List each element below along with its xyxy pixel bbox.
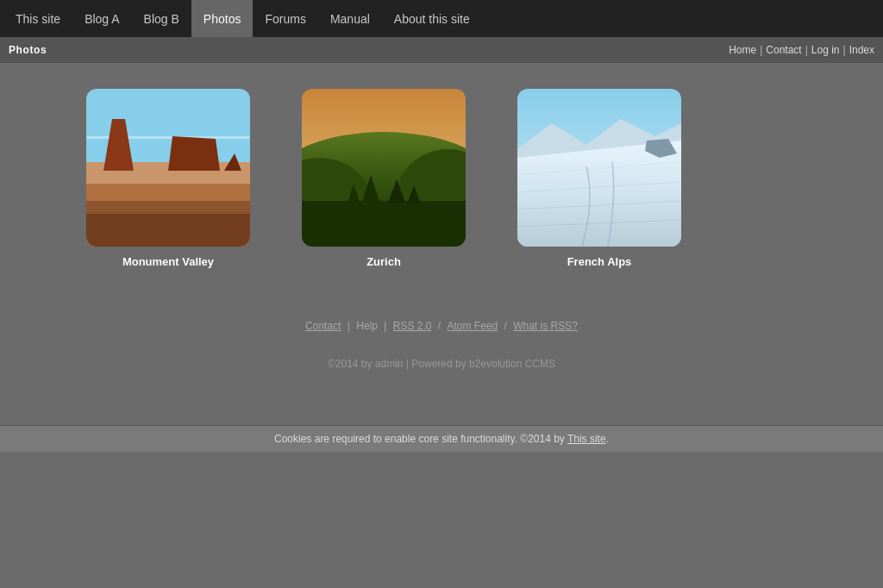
footer-contact-link[interactable]: Contact — [305, 320, 341, 332]
svg-rect-13 — [302, 201, 466, 247]
breadcrumb-login[interactable]: Log in — [811, 44, 840, 56]
nav-item-blog-b[interactable]: Blog B — [132, 0, 191, 37]
main-content: Monument Valley — [0, 63, 883, 425]
breadcrumb-index[interactable]: Index — [849, 44, 874, 56]
photo-item-zurich[interactable]: Zurich — [302, 89, 466, 268]
cookie-this-site-link[interactable]: This site — [567, 433, 606, 445]
breadcrumb-bar: Photos Home | Contact | Log in | Index — [0, 37, 883, 63]
photo-caption-french-alps: French Alps — [567, 255, 632, 268]
cookie-text-before: Cookies are required to enable core site… — [274, 433, 567, 445]
footer-what-rss-link[interactable]: What is RSS? — [513, 320, 578, 332]
footer-sep-1: | — [348, 320, 353, 332]
breadcrumb-sep-3: | — [843, 44, 846, 56]
photo-thumb-monument-valley — [86, 89, 250, 247]
photo-thumb-french-alps — [517, 89, 681, 247]
footer-rss-link[interactable]: RSS 2.0 — [393, 320, 432, 332]
breadcrumb-sep-2: | — [805, 44, 808, 56]
nav-item-manual[interactable]: Manual — [318, 0, 382, 37]
breadcrumb-links: Home | Contact | Log in | Index — [729, 44, 874, 56]
nav-item-this-site[interactable]: This site — [3, 0, 72, 37]
nav-item-forums[interactable]: Forums — [253, 0, 317, 37]
footer-links: Contact | Help | RSS 2.0 / Atom Feed / W… — [34, 311, 849, 341]
footer-credit: ©2014 by admin | Powered by b2evolution … — [34, 358, 849, 396]
photo-caption-zurich: Zurich — [366, 255, 401, 268]
breadcrumb-contact[interactable]: Contact — [766, 44, 801, 56]
photo-grid: Monument Valley — [34, 89, 849, 268]
svg-marker-20 — [517, 141, 681, 247]
svg-marker-6 — [168, 136, 220, 171]
photo-item-french-alps[interactable]: French Alps — [517, 89, 681, 268]
footer-sep-2: | — [384, 320, 389, 332]
main-nav: This site Blog A Blog B Photos Forums Ma… — [0, 0, 883, 37]
footer-sep-3: / — [438, 320, 444, 332]
cookie-text-after: . — [606, 433, 609, 445]
breadcrumb-home[interactable]: Home — [729, 44, 756, 56]
nav-item-photos[interactable]: Photos — [191, 0, 254, 37]
photo-caption-monument-valley: Monument Valley — [122, 255, 214, 268]
footer-sep-4: / — [504, 320, 510, 332]
footer-credit-text: ©2014 by admin | Powered by b2evolution … — [328, 358, 555, 370]
nav-item-blog-a[interactable]: Blog A — [72, 0, 131, 37]
page-title: Photos — [9, 44, 47, 56]
footer-help: Help — [356, 320, 378, 332]
photo-item-monument-valley[interactable]: Monument Valley — [86, 89, 250, 268]
breadcrumb-sep-1: | — [760, 44, 762, 56]
photo-thumb-zurich — [302, 89, 466, 247]
nav-item-about[interactable]: About this site — [382, 0, 482, 37]
svg-rect-8 — [86, 201, 250, 247]
cookie-bar: Cookies are required to enable core site… — [0, 425, 883, 452]
footer-atom-link[interactable]: Atom Feed — [447, 320, 498, 332]
